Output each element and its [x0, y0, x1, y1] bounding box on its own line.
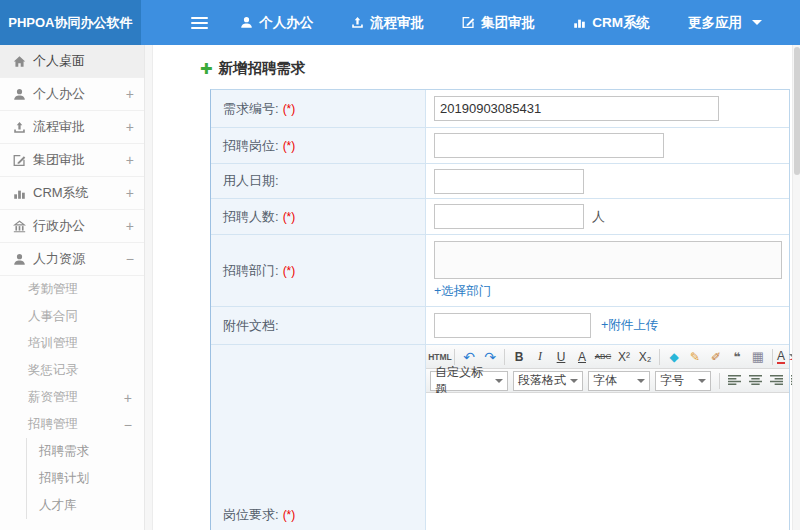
nav-group-approval[interactable]: 集团审批 — [462, 14, 535, 32]
blockquote-icon[interactable]: ❝ — [727, 347, 747, 367]
required-marker: (*) — [283, 139, 296, 153]
department-textarea[interactable] — [434, 241, 782, 279]
sidebar: 个人桌面 个人办公 + 流程审批 + 集团审批 + CRM系统 + 行政办公 + — [0, 45, 145, 530]
sidebar-item-crm-system[interactable]: CRM系统 + — [0, 177, 144, 210]
form-row-requirements: 岗位要求: (*) HTML ↶ ↷ B I U A ABC — [211, 345, 789, 530]
sidebar-item-admin-office[interactable]: 行政办公 + — [0, 210, 144, 243]
rich-text-editor: HTML ↶ ↷ B I U A ABC X² X₂ ◆ — [426, 345, 789, 530]
sidebar-item-rewards[interactable]: 奖惩记录 — [0, 357, 144, 384]
hire-date-input[interactable] — [434, 169, 584, 194]
subscript-button[interactable]: X₂ — [635, 347, 655, 367]
headcount-input[interactable] — [434, 204, 584, 229]
main-content: ✚ 新增招聘需求 需求编号: (*) 招聘岗位: (*) 用人日期: — [154, 45, 792, 530]
sidebar-sub-label: 薪资管理 — [28, 389, 78, 406]
expand-plus-icon[interactable]: + — [126, 219, 134, 233]
align-left-icon[interactable] — [724, 371, 744, 391]
chevron-down-icon — [752, 20, 762, 25]
nav-more-apps[interactable]: 更多应用 — [688, 14, 762, 32]
expand-plus-icon[interactable]: + — [126, 120, 134, 134]
people-icon — [13, 253, 26, 266]
field-label: 用人日期: — [211, 164, 426, 198]
font-color-glyph: A — [777, 350, 785, 364]
nav-workflow-approval[interactable]: 流程审批 — [351, 14, 424, 32]
field-label: 岗位要求: (*) — [211, 345, 426, 530]
sidebar-item-salary[interactable]: 薪资管理 + — [0, 384, 144, 411]
sidebar-item-training[interactable]: 培训管理 — [0, 330, 144, 357]
recruit-demand-form: 需求编号: (*) 招聘岗位: (*) 用人日期: — [210, 89, 790, 530]
sidebar-item-group-approval[interactable]: 集团审批 + — [0, 144, 144, 177]
font-size-select[interactable]: 字号 — [655, 371, 711, 391]
position-input[interactable] — [434, 133, 664, 158]
label-text: 招聘人数: — [223, 208, 279, 226]
expand-plus-icon[interactable]: + — [126, 153, 134, 167]
form-row-headcount: 招聘人数: (*) 人 — [211, 199, 789, 235]
toolbar-separator — [659, 349, 660, 365]
sidebar-item-label: 集团审批 — [33, 151, 85, 169]
custom-title-select[interactable]: 自定义标题 — [430, 371, 508, 391]
sidebar-item-workflow-approval[interactable]: 流程审批 + — [0, 111, 144, 144]
sidebar-item-recruit-plan[interactable]: 招聘计划 — [27, 465, 144, 492]
expand-plus-icon[interactable]: + — [126, 87, 134, 101]
bold-button[interactable]: B — [509, 347, 529, 367]
sidebar-sub-label: 人事合同 — [28, 308, 78, 325]
edit-icon — [13, 154, 26, 167]
table-icon[interactable]: ▦ — [748, 347, 768, 367]
building-icon — [13, 220, 26, 233]
nav-label: 集团审批 — [481, 14, 535, 32]
demand-number-input[interactable] — [434, 96, 719, 121]
form-row-attachment: 附件文档: +附件上传 — [211, 307, 789, 345]
label-text: 附件文档: — [223, 317, 279, 335]
sidebar-sub-label: 奖惩记录 — [28, 362, 78, 379]
sidebar-item-recruitment[interactable]: 招聘管理 − — [0, 411, 144, 438]
select-department-link[interactable]: +选择部门 — [434, 283, 491, 300]
align-center-icon[interactable] — [745, 371, 765, 391]
hamburger-menu-icon[interactable] — [191, 14, 208, 32]
form-row-position: 招聘岗位: (*) — [211, 128, 789, 164]
chevron-down-icon — [570, 379, 578, 383]
person-icon — [13, 88, 26, 101]
form-row-demand-number: 需求编号: (*) — [211, 90, 789, 128]
scrollbar-thumb[interactable] — [794, 47, 800, 175]
strikethrough-button[interactable]: ABC — [593, 347, 613, 367]
align-right-icon[interactable] — [766, 371, 786, 391]
sidebar-sub-label: 招聘需求 — [39, 443, 89, 460]
font-style-button[interactable]: A — [572, 347, 592, 367]
paragraph-format-select[interactable]: 段落格式 — [513, 371, 583, 391]
top-navbar: PHPOA协同办公软件 个人办公 流程审批 集团审批 CRM系统 — [0, 0, 800, 45]
field-label: 招聘人数: (*) — [211, 199, 426, 234]
sidebar-item-personal-office[interactable]: 个人办公 + — [0, 78, 144, 111]
flow-icon — [13, 121, 26, 134]
format-brush-icon[interactable]: ✎ — [685, 347, 705, 367]
recruitment-submenu: 招聘需求 招聘计划 人才库 — [26, 438, 144, 519]
nav-personal-office[interactable]: 个人办公 — [240, 14, 313, 32]
nav-label: CRM系统 — [592, 14, 650, 32]
nav-label: 个人办公 — [259, 14, 313, 32]
nav-label: 更多应用 — [688, 14, 742, 32]
underline-button[interactable]: U — [551, 347, 571, 367]
italic-button[interactable]: I — [530, 347, 550, 367]
chart-icon — [13, 187, 26, 200]
nav-label: 流程审批 — [370, 14, 424, 32]
vertical-scrollbar[interactable] — [792, 45, 800, 530]
pencil-icon[interactable]: ✐ — [706, 347, 726, 367]
sidebar-scrollbar[interactable] — [145, 45, 153, 530]
sidebar-item-hr-contract[interactable]: 人事合同 — [0, 303, 144, 330]
attachment-upload-link[interactable]: +附件上传 — [601, 317, 658, 334]
eraser-icon[interactable]: ◆ — [664, 347, 684, 367]
sidebar-item-hr[interactable]: 人力资源 − — [0, 243, 144, 276]
sidebar-item-attendance[interactable]: 考勤管理 — [0, 276, 144, 303]
superscript-button[interactable]: X² — [614, 347, 634, 367]
collapse-minus-icon[interactable]: − — [124, 418, 132, 432]
sidebar-item-talent-pool[interactable]: 人才库 — [27, 492, 144, 519]
sidebar-item-recruit-demand[interactable]: 招聘需求 — [27, 438, 144, 465]
edit-icon — [462, 16, 475, 29]
editor-content-area[interactable] — [426, 393, 789, 530]
collapse-minus-icon[interactable]: − — [126, 252, 134, 266]
nav-crm-system[interactable]: CRM系统 — [573, 14, 650, 32]
sidebar-item-label: 流程审批 — [33, 118, 85, 136]
font-family-select[interactable]: 字体 — [588, 371, 650, 391]
expand-plus-icon[interactable]: + — [124, 391, 132, 405]
attachment-input[interactable] — [434, 313, 591, 338]
sidebar-item-personal-desktop[interactable]: 个人桌面 — [0, 45, 144, 78]
expand-plus-icon[interactable]: + — [126, 186, 134, 200]
